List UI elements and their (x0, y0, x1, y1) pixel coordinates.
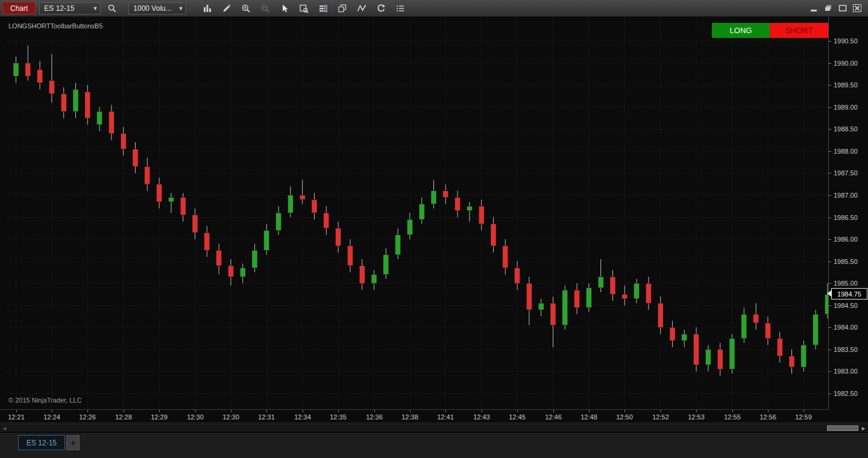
time-axis-label: 12:56 (760, 413, 776, 421)
time-axis-label: 12:50 (616, 413, 633, 421)
price-axis-tick (829, 151, 831, 152)
pointer-button[interactable] (277, 2, 292, 15)
price-axis-tick (829, 218, 831, 218)
time-axis-tick (374, 410, 375, 412)
maximize-button[interactable] (837, 4, 849, 13)
chevron-down-icon: ▼ (178, 5, 183, 11)
zoom-out-icon (260, 4, 270, 13)
price-axis-label: 1986.00 (834, 236, 858, 243)
time-axis-label: 12:30 (187, 413, 204, 421)
time-axis-label: 12:46 (545, 413, 562, 421)
time-axis-tick (124, 410, 124, 412)
chart-style-icon (203, 4, 212, 13)
search-icon (107, 4, 117, 13)
price-axis-label: 1983.50 (834, 346, 858, 353)
price-axis-tick (829, 283, 831, 284)
window-controls (808, 4, 866, 13)
time-axis-tick (338, 410, 339, 412)
tab-bar: ES 12-15 + (0, 432, 868, 458)
chart-trader-button[interactable] (315, 2, 331, 15)
price-axis-label: 1989.00 (834, 104, 858, 111)
indicators-button[interactable] (354, 2, 370, 15)
instrument-select-value: ES 12-15 (44, 4, 74, 13)
toolbar: Chart ES 12-15 ▼ 1000 Volu... ▼ (0, 0, 868, 17)
drawing-tools-button[interactable] (219, 2, 234, 15)
price-axis-label: 1982.50 (834, 390, 858, 397)
properties-button[interactable] (392, 2, 408, 15)
time-axis-tick (16, 410, 17, 412)
time-axis-label: 12:30 (222, 413, 239, 421)
zigzag-icon (357, 4, 366, 13)
price-axis-tick (829, 350, 831, 350)
time-axis-label: 12:43 (473, 413, 490, 421)
time-axis-label: 12:26 (79, 413, 96, 421)
strategies-button[interactable] (335, 2, 350, 15)
restore-button[interactable] (822, 4, 834, 13)
chart-menu-button[interactable]: Chart (2, 2, 36, 14)
zoom-in-button[interactable] (238, 2, 254, 15)
time-axis-tick (195, 410, 196, 412)
strategies-icon (338, 4, 347, 13)
scroll-right-button[interactable]: ► (861, 425, 866, 432)
price-axis-tick (829, 129, 831, 130)
price-axis-tick (829, 41, 831, 42)
tab-es-12-15[interactable]: ES 12-15 (18, 435, 65, 450)
price-axis-tick (829, 262, 831, 262)
time-axis-label: 12:28 (115, 413, 132, 421)
time-axis-tick (266, 410, 267, 412)
cursor-icon (280, 4, 289, 13)
close-button[interactable] (851, 4, 863, 13)
minimize-button[interactable] (808, 4, 820, 13)
price-axis-label: 1986.50 (834, 214, 858, 221)
time-axis-label: 12:24 (43, 413, 60, 421)
last-price-value: 1984.75 (837, 290, 861, 298)
reload-icon (376, 4, 386, 13)
time-axis-tick (624, 410, 625, 412)
strategy-label: LONGSHORTToolbarButtonsB5 (8, 22, 102, 30)
price-axis-tick (829, 371, 831, 372)
price-axis-tick (829, 173, 831, 174)
chevron-down-icon: ▼ (92, 5, 98, 11)
candlestick-plot[interactable] (7, 17, 828, 410)
price-axis-tick (829, 195, 831, 196)
price-axis-label: 1987.00 (834, 192, 858, 199)
add-tab-button[interactable]: + (66, 435, 80, 450)
price-axis-tick (829, 239, 831, 240)
time-axis-tick (696, 410, 697, 412)
interval-select[interactable]: 1000 Volu... ▼ (128, 2, 186, 14)
price-axis-label: 1988.00 (834, 148, 858, 155)
time-axis-label: 12:41 (437, 413, 454, 421)
time-axis-tick (87, 410, 88, 412)
time-axis-label: 12:34 (294, 413, 311, 421)
scrollbar-thumb[interactable] (827, 425, 858, 431)
price-axis-label: 1988.50 (834, 125, 858, 133)
time-axis-tick (410, 410, 410, 412)
time-axis-label: 12:31 (258, 413, 275, 421)
instrument-search-button[interactable] (104, 2, 120, 15)
time-axis-tick (768, 410, 769, 412)
zoom-out-button[interactable] (257, 2, 273, 15)
time-axis-tick (589, 410, 590, 412)
short-button[interactable]: SHORT (770, 23, 828, 38)
scroll-left-button[interactable]: ◄ (2, 425, 7, 432)
time-axis-tick (553, 410, 554, 412)
horizontal-scrollbar[interactable]: ◄ ► (0, 424, 868, 432)
data-box-button[interactable] (296, 2, 312, 15)
reload-button[interactable] (373, 2, 389, 15)
time-axis[interactable]: 12:2112:2412:2612:2812:2912:3012:3012:31… (0, 410, 868, 423)
price-axis-tick (829, 394, 831, 394)
price-axis-label: 1990.00 (834, 60, 858, 67)
chart-panel[interactable]: LONGSHORTToolbarButtonsB5 LONG SHORT 198… (0, 17, 868, 410)
price-axis[interactable]: 1984.75 1990.501990.001989.501989.001988… (828, 17, 868, 410)
chart-style-button[interactable] (200, 2, 215, 15)
instrument-select[interactable]: ES 12-15 ▼ (39, 2, 101, 14)
time-axis-label: 12:55 (724, 413, 741, 421)
time-axis-label: 12:53 (688, 413, 705, 421)
time-axis-label: 12:52 (652, 413, 669, 421)
zoom-in-icon (241, 4, 251, 13)
interval-select-value: 1000 Volu... (133, 4, 171, 13)
time-axis-tick (159, 410, 160, 412)
long-button[interactable]: LONG (712, 23, 770, 38)
last-price-marker: 1984.75 (831, 288, 867, 300)
time-axis-tick (517, 410, 518, 412)
